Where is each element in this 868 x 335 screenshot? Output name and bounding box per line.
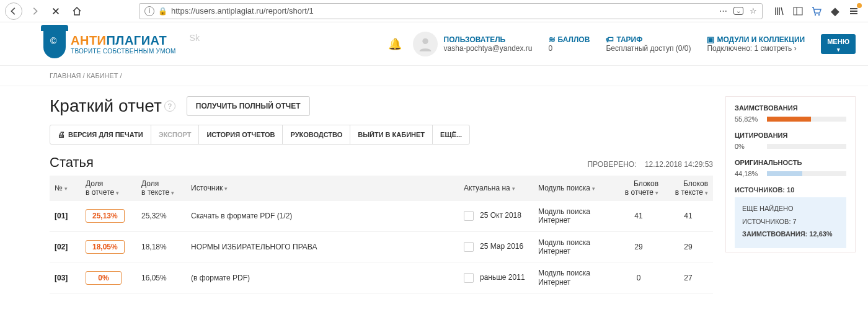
svg-point-3 bbox=[818, 14, 820, 15]
cell-actual: раньше 2011 bbox=[459, 262, 533, 293]
lock-icon: 🔒 bbox=[158, 7, 167, 16]
cell-module: Модуль поиска Интернет bbox=[533, 201, 614, 231]
cell-blocks-report: 29 bbox=[614, 231, 663, 262]
orig-pct: 44,18% bbox=[735, 170, 762, 177]
coins-icon: ≋ bbox=[549, 35, 556, 44]
tab-exit[interactable]: ВЫЙТИ В КАБИНЕТ bbox=[350, 125, 433, 144]
cell-share-report: 25,13% bbox=[81, 201, 136, 231]
cell-num: [02] bbox=[50, 231, 81, 262]
page-title: Краткий отчет ? bbox=[50, 96, 175, 116]
cell-share-text: 25,32% bbox=[136, 201, 186, 231]
menu-hamburger-icon[interactable] bbox=[848, 6, 859, 17]
col-share-report[interactable]: Доляв отчете▾ bbox=[81, 176, 136, 201]
notifications-bell-icon[interactable]: 🔔 bbox=[388, 37, 402, 51]
home-button[interactable] bbox=[68, 2, 86, 20]
tariff-value: Бесплатный доступ (0/0) bbox=[606, 44, 691, 53]
svg-rect-0 bbox=[794, 7, 802, 15]
sources-table: №▾ Доляв отчете▾ Доляв тексте▾ Источник▾… bbox=[50, 176, 713, 293]
citation-pct: 0% bbox=[735, 143, 762, 150]
cell-num: [01] bbox=[50, 201, 81, 231]
col-module[interactable]: Модуль поиска▾ bbox=[533, 176, 614, 201]
col-source[interactable]: Источник▾ bbox=[186, 176, 459, 201]
sidebar-icon[interactable] bbox=[792, 6, 804, 17]
browser-toolbar: i 🔒 https://users.antiplagiat.ru/report/… bbox=[0, 0, 868, 22]
tab-guide[interactable]: РУКОВОДСТВО bbox=[283, 125, 350, 144]
cell-share-report: 0% bbox=[81, 262, 136, 293]
cell-blocks-report: 0 bbox=[614, 262, 663, 293]
tab-history[interactable]: ИСТОРИЯ ОТЧЕТОВ bbox=[199, 125, 283, 144]
cart-icon[interactable] bbox=[811, 6, 822, 17]
bookmark-star-icon[interactable]: ☆ bbox=[750, 6, 757, 16]
col-blocks-report[interactable]: Блоковв отчете▾ bbox=[614, 176, 663, 201]
cell-actual: 25 Мар 2016 bbox=[459, 231, 533, 262]
cell-share-text: 18,18% bbox=[136, 231, 186, 262]
sources-count: ИСТОЧНИКОВ: 10 bbox=[735, 186, 846, 194]
cell-blocks-text: 29 bbox=[663, 231, 713, 262]
col-share-text[interactable]: Доляв тексте▾ bbox=[136, 176, 186, 201]
borrow-pct: 55,82% bbox=[735, 115, 762, 123]
svg-point-4 bbox=[422, 38, 428, 43]
cell-actual: 25 Окт 2018 bbox=[459, 201, 533, 231]
tab-more[interactable]: ЕЩЁ... bbox=[433, 125, 469, 144]
forward-button[interactable] bbox=[26, 2, 43, 20]
site-info-icon[interactable]: i bbox=[144, 6, 154, 16]
table-row[interactable]: [01]25,13%25,32%Скачать в формате PDF (1… bbox=[50, 201, 713, 231]
cell-module: Модуль поиска Интернет bbox=[533, 262, 614, 293]
table-row[interactable]: [02]18,05%18,18%НОРМЫ ИЗБИРАТЕЛЬНОГО ПРА… bbox=[50, 231, 713, 262]
help-icon[interactable]: ? bbox=[164, 100, 175, 112]
breadcrumb-home[interactable]: ГЛАВНАЯ bbox=[50, 72, 81, 79]
logo[interactable]: АНТИПЛАГИАТ ТВОРИТЕ СОБСТВЕННЫМ УМОМ bbox=[71, 34, 176, 55]
date-checkbox[interactable] bbox=[464, 273, 474, 283]
full-report-button[interactable]: ПОЛУЧИТЬ ПОЛНЫЙ ОТЧЕТ bbox=[187, 96, 310, 116]
date-checkbox[interactable] bbox=[464, 242, 474, 252]
citation-label: ЦИТИРОВАНИЯ bbox=[735, 132, 846, 139]
menu-button[interactable]: МЕНЮ bbox=[821, 34, 856, 54]
app-header: АНТИПЛАГИАТ ТВОРИТЕ СОБСТВЕННЫМ УМОМ Sk … bbox=[0, 22, 868, 66]
pocket-icon[interactable]: ◆ bbox=[830, 6, 841, 17]
cell-num: [03] bbox=[50, 262, 81, 293]
header-modules-block: ▣МОДУЛИ И КОЛЛЕКЦИИ Подключено: 1 смотре… bbox=[707, 35, 805, 53]
page-actions-icon[interactable]: ⋯ bbox=[719, 6, 727, 16]
cell-source[interactable]: НОРМЫ ИЗБИРАТЕЛЬНОГО ПРАВА bbox=[186, 231, 459, 262]
cell-share-report: 18,05% bbox=[81, 231, 136, 262]
cell-source[interactable]: Скачать в формате PDF (1/2) bbox=[186, 201, 459, 231]
logo-subtitle: ТВОРИТЕ СОБСТВЕННЫМ УМОМ bbox=[71, 48, 176, 55]
tab-print[interactable]: 🖨ВЕРСИЯ ДЛЯ ПЕЧАТИ bbox=[50, 125, 151, 144]
col-blocks-text[interactable]: Блоковв тексте▾ bbox=[663, 176, 713, 201]
action-tabs: 🖨ВЕРСИЯ ДЛЯ ПЕЧАТИ ЭКСПОРТ ИСТОРИЯ ОТЧЕТ… bbox=[50, 125, 470, 145]
back-button[interactable] bbox=[5, 2, 22, 20]
skolkovo-badge: Sk bbox=[190, 33, 200, 43]
logo-shield-icon bbox=[43, 30, 66, 58]
tab-export[interactable]: ЭКСПОРТ bbox=[151, 125, 200, 144]
cell-module: Модуль поиска Интернет bbox=[533, 231, 614, 262]
user-email: vasha-pochtya@yandex.ru bbox=[444, 44, 533, 53]
stop-button[interactable] bbox=[47, 2, 64, 20]
table-row[interactable]: [03]0%16,05%(в формате PDF)раньше 2011Мо… bbox=[50, 262, 713, 293]
more-found-box: ЕЩЕ НАЙДЕНО ИСТОЧНИКОВ: 7 ЗАИМСТВОВАНИЯ:… bbox=[735, 197, 846, 248]
cell-source[interactable]: (в формате PDF) bbox=[186, 262, 459, 293]
orig-bar bbox=[767, 171, 846, 176]
header-points-block: ≋БАЛЛОВ 0 bbox=[549, 35, 590, 53]
svg-point-2 bbox=[815, 14, 816, 15]
address-bar[interactable]: i 🔒 https://users.antiplagiat.ru/report/… bbox=[139, 3, 763, 19]
library-icon[interactable] bbox=[774, 6, 785, 17]
cell-share-text: 16,05% bbox=[136, 262, 186, 293]
col-actual[interactable]: Актуальна на▾ bbox=[459, 176, 533, 201]
breadcrumb: ГЛАВНАЯ / КАБИНЕТ / bbox=[0, 66, 868, 86]
logo-title: АНТИПЛАГИАТ bbox=[71, 34, 176, 48]
url-text: https://users.antiplagiat.ru/report/shor… bbox=[171, 6, 719, 16]
breadcrumb-cabinet[interactable]: КАБИНЕТ bbox=[87, 72, 118, 79]
date-checkbox[interactable] bbox=[464, 211, 474, 221]
col-num[interactable]: №▾ bbox=[50, 176, 81, 201]
module-icon: ▣ bbox=[707, 35, 714, 44]
checked-timestamp: ПРОВЕРЕНО: 12.12.2018 14:29:53 bbox=[587, 160, 713, 169]
avatar[interactable] bbox=[413, 32, 438, 56]
borrow-bar bbox=[767, 117, 846, 122]
print-icon: 🖨 bbox=[58, 130, 65, 139]
cell-blocks-report: 41 bbox=[614, 201, 663, 231]
user-label: ПОЛЬЗОВАТЕЛЬ bbox=[444, 35, 533, 44]
tag-icon: 🏷 bbox=[606, 35, 614, 44]
modules-value[interactable]: Подключено: 1 смотреть › bbox=[707, 44, 805, 53]
reader-icon[interactable]: ⌄ bbox=[733, 7, 743, 15]
cell-blocks-text: 41 bbox=[663, 201, 713, 231]
